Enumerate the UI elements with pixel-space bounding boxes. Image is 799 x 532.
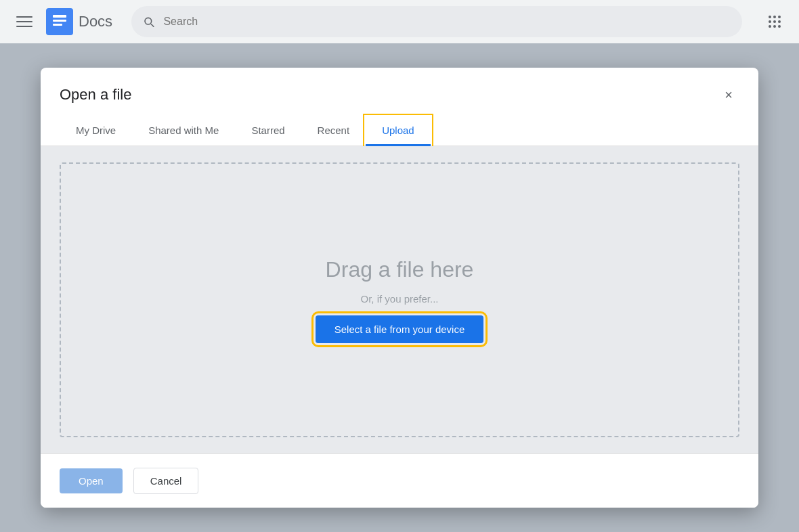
docs-logo-icon [46,8,73,35]
svg-point-9 [778,16,781,18]
dialog-content: Drag a file here Or, if you prefer... Se… [41,146,758,453]
tab-recent[interactable]: Recent [301,116,366,146]
apps-icon[interactable] [761,8,788,35]
open-file-dialog: Open a file × My Drive Shared with Me St… [41,68,758,508]
svg-rect-0 [16,16,33,18]
select-file-button[interactable]: Select a file from your device [316,315,484,343]
svg-point-10 [769,20,771,23]
search-icon [142,15,155,28]
svg-point-11 [773,20,776,23]
dialog-footer: Open Cancel [41,453,758,508]
tab-upload[interactable]: Upload [366,116,431,146]
close-button[interactable]: × [718,84,739,106]
dialog-tabs: My Drive Shared with Me Starred Recent U… [41,116,758,146]
menu-icon[interactable] [11,8,38,35]
svg-point-15 [778,25,781,28]
tab-my-drive[interactable]: My Drive [60,116,132,146]
search-input[interactable] [163,16,731,28]
svg-rect-2 [16,26,33,27]
cancel-button[interactable]: Cancel [133,468,199,494]
svg-point-14 [773,25,776,28]
svg-point-7 [769,16,771,18]
app-name: Docs [79,13,112,30]
tab-shared-with-me[interactable]: Shared with Me [132,116,235,146]
svg-point-13 [769,25,771,28]
drop-zone[interactable]: Drag a file here Or, if you prefer... Se… [60,162,739,437]
svg-rect-4 [53,15,66,18]
app-logo: Docs [46,8,112,35]
topbar: Docs [0,0,799,43]
page-background: Open a file × My Drive Shared with Me St… [0,43,799,532]
svg-rect-1 [16,21,33,22]
svg-rect-6 [53,24,62,26]
or-text: Or, if you prefer... [360,293,438,305]
open-button[interactable]: Open [60,468,123,493]
dialog-title: Open a file [60,86,131,104]
svg-point-8 [773,16,776,18]
search-bar[interactable] [131,6,742,37]
svg-point-12 [778,20,781,23]
svg-rect-5 [53,20,66,22]
tab-starred[interactable]: Starred [235,116,301,146]
dialog-header: Open a file × [41,68,758,106]
drag-text: Drag a file here [326,257,474,282]
